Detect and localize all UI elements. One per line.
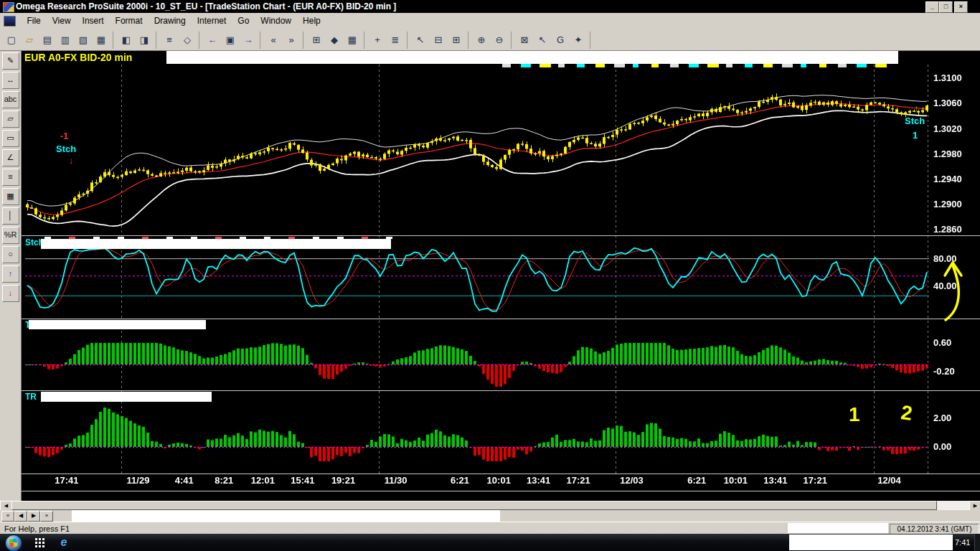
internet-explorer-icon[interactable]: e (53, 535, 75, 550)
sheet-tab-row: «◀▶» (0, 510, 980, 522)
minimize-button[interactable]: _ (925, 1, 939, 13)
scrollbar-thumb[interactable] (11, 501, 937, 510)
detach-window-icon[interactable]: ▣ (222, 32, 239, 49)
insert-analysis-icon[interactable]: + (369, 32, 386, 49)
toolbar-group: ↖⊟⊞ (411, 32, 468, 49)
page-setup-icon[interactable]: ▧ (75, 32, 92, 49)
print-preview-icon[interactable]: ◧ (118, 32, 135, 49)
start-button[interactable] (5, 534, 22, 551)
status-line-icon[interactable]: ≡ (161, 32, 178, 49)
trendline-tool-icon[interactable]: ∠ (2, 149, 19, 166)
menu-format[interactable]: Format (110, 13, 149, 30)
global-server-icon[interactable]: G (552, 32, 569, 49)
redaction-box (789, 534, 953, 550)
toolbar-group: ⊞◆▦ (307, 32, 364, 49)
pencil-tool-icon[interactable]: ✎ (2, 52, 19, 70)
chart-canvas[interactable] (22, 50, 980, 501)
ie-glyph: e (61, 536, 67, 548)
quick-quote-icon[interactable]: ◇ (179, 32, 196, 49)
desktop: Omega Research ProSuite 2000i - 10_ST_EU… (0, 0, 980, 551)
show-desktop-button[interactable] (974, 534, 980, 551)
compress-bars-icon[interactable]: ⊟ (430, 32, 447, 49)
redaction-box (72, 510, 500, 522)
toolbox-icon[interactable]: ⊠ (516, 32, 533, 49)
menu-file[interactable]: File (21, 13, 46, 30)
expand-tool-icon[interactable]: ↔ (2, 72, 19, 89)
pointer-mode-icon[interactable]: ↖ (412, 32, 429, 49)
app-grid-icon[interactable] (29, 535, 50, 550)
optionstation-icon[interactable]: ◆ (326, 32, 343, 49)
grid-glyph-icon (34, 537, 44, 547)
windows-logo-icon (9, 538, 17, 547)
edit-analysis-icon[interactable]: ≣ (387, 32, 404, 49)
close-button[interactable]: × (954, 1, 968, 13)
menu-view[interactable]: View (47, 13, 77, 30)
toolbar-group: «» (264, 32, 303, 49)
taskbar: e 7:41 (0, 534, 980, 551)
first-tab-button[interactable]: « (1, 511, 14, 522)
forward-icon[interactable]: → (240, 32, 257, 49)
zoom-in-icon[interactable]: ⊕ (473, 32, 490, 49)
print-icon[interactable]: ▦ (93, 32, 110, 49)
menu-help[interactable]: Help (297, 13, 326, 30)
toolbar-group: ⊠↖G✦ (515, 32, 590, 49)
toolbar-group: ←▣→ (203, 32, 260, 49)
next-tab-button[interactable]: ▶ (27, 511, 40, 522)
radar-screen-icon[interactable]: ⊞ (308, 32, 325, 49)
expand-bars-icon[interactable]: ⊞ (448, 32, 465, 49)
fib-lines-tool-icon[interactable]: ≡ (2, 169, 19, 186)
window-titlebar: Omega Research ProSuite 2000i - 10_ST_EU… (0, 0, 980, 13)
toolbar-group: +≣ (368, 32, 407, 49)
rectangle-tool-icon[interactable]: ▭ (2, 130, 19, 147)
spreadsheet-icon[interactable]: ▦ (344, 32, 361, 49)
menu-insert[interactable]: Insert (77, 13, 110, 30)
window-title: Omega Research ProSuite 2000i - 10_ST_EU… (16, 1, 396, 11)
menu-window[interactable]: Window (255, 13, 297, 30)
toolbar-group: ◧◨ (117, 32, 156, 49)
ellipse-tool-icon[interactable]: ○ (2, 246, 19, 263)
status-help-text: For Help, press F1 (4, 524, 70, 533)
select-pointer-icon[interactable]: ↖ (534, 32, 551, 49)
menu-internet[interactable]: Internet (192, 13, 232, 30)
toolbar-group: ≡◇ (160, 32, 199, 49)
menu-go[interactable]: Go (232, 13, 255, 30)
redaction-box (788, 523, 888, 533)
restore-button[interactable]: □ (939, 1, 953, 13)
grid-tool-icon[interactable]: ▦ (2, 188, 19, 205)
prev-tab-button[interactable]: ◀ (14, 511, 27, 522)
main-toolbar: ▢▱▤▥▧▦◧◨≡◇←▣→«»⊞◆▦+≣↖⊟⊞⊕⊖⊠↖G✦ (0, 30, 980, 51)
order-entry-icon[interactable]: ✦ (570, 32, 587, 49)
zoom-out-icon[interactable]: ⊖ (491, 32, 508, 49)
new-chart-icon[interactable]: ▢ (3, 32, 20, 49)
menu-bar: FileViewInsertFormatDrawingInternetGoWin… (0, 13, 980, 31)
status-bar: For Help, press F1 04.12.2012 3:41 (GMT) (0, 522, 980, 534)
toolbar-group: ⊕⊖ (472, 32, 512, 49)
open-icon[interactable]: ▱ (21, 32, 38, 49)
arrow-up-tool-icon[interactable]: ↑ (2, 265, 19, 283)
back-icon[interactable]: ← (204, 32, 221, 49)
shift-left-icon[interactable]: « (265, 32, 282, 49)
shift-right-icon[interactable]: » (283, 32, 300, 49)
eraser-tool-icon[interactable]: ▱ (2, 110, 19, 128)
app-icon[interactable] (3, 2, 14, 12)
last-tab-button[interactable]: » (40, 511, 53, 522)
properties-icon[interactable]: ◨ (136, 32, 153, 49)
chart-analysis-icon[interactable]: ▥ (57, 32, 74, 49)
menu-drawing[interactable]: Drawing (149, 13, 192, 30)
format-window-icon[interactable]: ▤ (39, 32, 56, 49)
horizontal-scrollbar[interactable]: ◀ ▶ (0, 501, 980, 510)
text-tool-icon[interactable]: abc (2, 91, 19, 108)
chart-window-icon[interactable] (4, 16, 16, 27)
percent-r-tool-icon[interactable]: %R (2, 227, 19, 244)
toolbar-group: ▢▱▤▥▧▦ (2, 32, 113, 49)
drawing-palette: ✎↔abc▱▭∠≡▦│%R○↑↓ (0, 50, 22, 501)
vline-tool-icon[interactable]: │ (2, 207, 19, 225)
arrow-down-tool-icon[interactable]: ↓ (2, 285, 19, 302)
status-datetime: 04.12.2012 3:41 (GMT) (890, 524, 979, 534)
